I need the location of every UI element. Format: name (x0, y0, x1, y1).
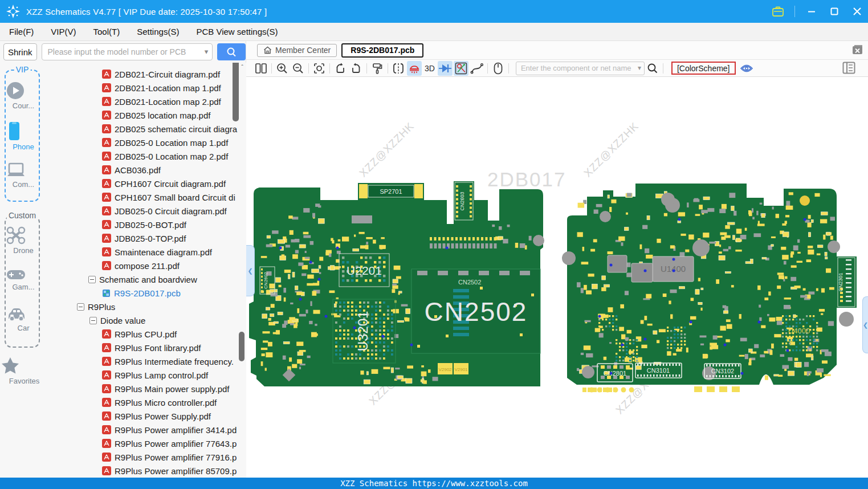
tree-item[interactable]: R9Plus Power amplifier 85709.p (48, 464, 246, 478)
tree-item[interactable]: 2DB021-Location map 2.pdf (48, 95, 246, 108)
tree-item[interactable]: CPH1607 Circuit diagram.pdf (48, 177, 246, 190)
mouse-icon[interactable] (491, 61, 506, 76)
tree-item[interactable]: 2DB025 schematic circuit diagra (48, 122, 246, 136)
shrink-button[interactable]: Shrink (3, 43, 37, 60)
eye-visibility-icon[interactable] (739, 61, 754, 76)
pcb-right-board[interactable]: U1400 CN2801 CN3101 (562, 184, 857, 393)
tree-item-label: compose 211.pdf (115, 261, 180, 271)
net-inspect-icon[interactable] (454, 61, 468, 76)
pcb-left-board[interactable]: SP2701 CN2603 CN2602 U2 (249, 181, 544, 386)
rotate-left-icon[interactable] (333, 61, 348, 76)
zoom-in-icon[interactable] (275, 61, 290, 76)
tree-item[interactable]: R9Plus Power amplifier 77916.p (48, 450, 246, 464)
curve-measure-icon[interactable] (470, 61, 484, 76)
tree-item[interactable]: ACB036.pdf (48, 163, 246, 177)
sidebar-item-computer[interactable]: Com... (6, 162, 41, 189)
sidebar-item-phone[interactable]: Phone (6, 121, 41, 151)
panel-scrollbar-thumb[interactable] (239, 332, 244, 361)
minimize-icon[interactable] (805, 5, 818, 18)
app-logo-icon (6, 4, 21, 19)
tree-item[interactable]: 2DB021-Circuit diagram.pdf (48, 67, 246, 81)
tree-item-label: 2DB025-0 Location map 1.pdf (115, 138, 228, 148)
tree-item[interactable]: 2DB025-0 Location map 2.pdf (48, 149, 246, 163)
lamp-highlight-icon[interactable] (407, 61, 422, 76)
tab-pcb-document[interactable]: R9S-2DB017.pcb (341, 43, 423, 58)
view-3d-button[interactable]: 3D (422, 64, 437, 73)
menu-settings[interactable]: Settings(S) (137, 27, 179, 36)
diode-mode-icon[interactable] (438, 61, 453, 76)
tree-item[interactable]: Schematic and boardview (48, 272, 246, 286)
paint-roller-icon[interactable] (370, 61, 385, 76)
tree-item[interactable]: R9Plus Power amplifier 3414.pd (48, 423, 246, 437)
tree-item[interactable]: R9Plus Font library.pdf (48, 341, 246, 354)
collapse-right-panel-handle[interactable]: ❮ (862, 296, 868, 353)
sidebar-item-drone[interactable]: Drone (6, 226, 41, 255)
sidebar-item-car[interactable]: Car (6, 307, 41, 332)
tab-pcb-document-label: R9S-2DB017.pcb (351, 46, 414, 55)
component-search-input[interactable] (516, 62, 645, 75)
menu-pcb-view-settings[interactable]: PCB View settings(S) (196, 27, 278, 36)
close-icon[interactable] (851, 5, 863, 18)
tree-item[interactable]: CPH1607 Small board Circuit di (48, 190, 246, 204)
tree-item-label: CPH1607 Small board Circuit di (115, 193, 235, 202)
sidebar-item-favorites[interactable]: Favorites (0, 356, 48, 385)
tree-item[interactable]: R9Plus Power Supply.pdf (48, 409, 246, 423)
component-cn2502[interactable]: CN2502 CN2502 (411, 269, 540, 353)
component-v2902[interactable]: V2902 (438, 363, 453, 374)
model-search-button[interactable] (217, 43, 246, 60)
model-search-input[interactable] (42, 43, 213, 60)
tree-item[interactable]: R9Plus Intermediate frequency. (48, 354, 246, 368)
menu-tool[interactable]: Tool(T) (93, 27, 120, 36)
tree-item[interactable]: Diode value (48, 313, 246, 327)
colorscheme-button[interactable]: [ColorScheme] (671, 62, 736, 75)
tree-item[interactable]: R9S-2DB017.pcb (48, 286, 246, 300)
tree-item-label: Diode value (100, 316, 145, 325)
tree-item[interactable]: compose 211.pdf (48, 259, 246, 272)
tree-item[interactable]: R9Plus Micro controller.pdf (48, 396, 246, 409)
tree-item[interactable]: R9Plus Lamp control.pdf (48, 368, 246, 382)
tree-item[interactable]: R9Plus Power amplifier 77643.p (48, 437, 246, 450)
tree-item[interactable]: 2DB021-Location map 1.pdf (48, 81, 246, 95)
tree-item[interactable]: R9Plus (48, 300, 246, 313)
split-view-icon[interactable] (254, 61, 268, 76)
menu-vip[interactable]: VIP(V) (51, 27, 76, 36)
sidebar-item-course[interactable]: Cour... (6, 81, 41, 110)
fit-screen-icon[interactable] (312, 61, 327, 76)
tree-item[interactable]: JDB025-0-TOP.pdf (48, 231, 246, 245)
colorscheme-label: [ColorScheme] (677, 64, 730, 73)
component-sp2701[interactable]: SP2701 (359, 184, 423, 198)
custom-group-label: Custom (7, 211, 38, 220)
component-search-icon[interactable] (645, 61, 660, 76)
rotate-right-icon[interactable] (349, 61, 364, 76)
scrollbar-up-arrow[interactable]: ˆ (239, 64, 246, 71)
menu-bar: File(F) VIP(V) Tool(T) Settings(S) PCB V… (0, 23, 868, 41)
mirror-flip-icon[interactable] (391, 61, 406, 76)
tree-item-label: ACB036.pdf (115, 165, 161, 175)
svg-text:CN3101: CN3101 (647, 367, 670, 374)
svg-text:CN2801: CN2801 (604, 370, 626, 377)
tree-item[interactable]: 2DB025-0 Location map 1.pdf (48, 136, 246, 149)
tree-item[interactable]: Smaintenace diagram.pdf (48, 245, 246, 259)
tree-item[interactable]: R9Plus Main power supply.pdf (48, 382, 246, 396)
star-icon (0, 356, 21, 376)
pdf-file-icon (102, 261, 111, 270)
pcb-canvas[interactable]: 2DB017 XZZ@XZZHKXZZ@XZZHKXZZ@XZZHKXZZ@XZ… (246, 77, 868, 478)
tree-item[interactable]: JDB025-0-BOT.pdf (48, 218, 246, 231)
panel-toggle-icon[interactable] (842, 62, 855, 74)
sidebar-item-game[interactable]: Gam... (6, 268, 41, 291)
tree-scrollbar-thumb[interactable] (233, 63, 239, 121)
zoom-out-icon[interactable] (291, 61, 305, 76)
component-v2901[interactable]: V2901 (454, 363, 468, 374)
menu-file[interactable]: File(F) (9, 27, 34, 36)
close-document-icon[interactable] (852, 44, 864, 55)
tree-item[interactable]: R9Plus CPU.pdf (48, 327, 246, 341)
tab-member-center[interactable]: Member Center (257, 44, 337, 57)
maximize-icon[interactable] (828, 5, 841, 18)
component-chip-small-2[interactable] (631, 263, 653, 282)
pdf-file-icon (102, 439, 111, 448)
pcb-file-icon (102, 289, 111, 298)
tree-item[interactable]: 2DB025 location map.pdf (48, 108, 246, 122)
collapse-left-panel-handle[interactable]: ❮ (246, 245, 255, 296)
license-briefcase-icon[interactable] (772, 5, 784, 18)
tree-item[interactable]: JDB025-0 Circuit diagram.pdf (48, 204, 246, 218)
